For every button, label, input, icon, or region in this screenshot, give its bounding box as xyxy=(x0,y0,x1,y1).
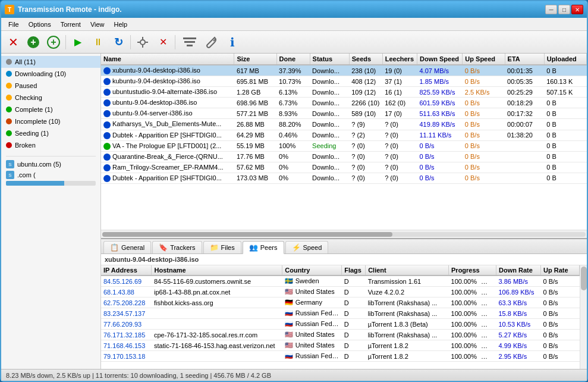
peers-col-ip[interactable]: IP Address xyxy=(101,265,152,275)
tab-files[interactable]: 📁 Files xyxy=(203,241,241,253)
sidebar-label-incomplete: Incomplete (10) xyxy=(15,118,96,125)
col-header-done[interactable]: Done xyxy=(276,54,310,65)
svg-line-12 xyxy=(213,39,215,41)
list-item[interactable]: 68.1.43.88 ip68-1-43-88.pn.at.cox.net 🇺🇸… xyxy=(101,287,580,298)
table-row[interactable]: ubuntu-9.04-server-i386.iso 577.21 MB 8.… xyxy=(101,108,587,119)
peers-col-hostname[interactable]: Hostname xyxy=(152,265,282,275)
col-header-uploaded[interactable]: Uploaded xyxy=(544,54,586,65)
col-header-leechers[interactable]: Leechers xyxy=(382,54,417,65)
refresh-button[interactable]: ↻ xyxy=(109,33,128,51)
peer-ip: 71.168.46.153 xyxy=(101,340,152,351)
remove-button[interactable]: ✕ xyxy=(4,33,23,51)
list-item[interactable]: 71.168.46.153 static-71-168-46-153.hag.e… xyxy=(101,340,580,351)
torrent-name: ubuntu-9.04-desktop-i386.iso xyxy=(101,98,234,108)
add-url-button[interactable]: + xyxy=(44,33,63,51)
wrench-button[interactable] xyxy=(203,33,222,51)
col-header-eta[interactable]: ETA xyxy=(505,54,544,65)
stop-button[interactable]: ✕ xyxy=(153,33,172,51)
sidebar-item-checking[interactable]: Checking xyxy=(1,92,100,104)
peers-table-wrapper[interactable]: IP Address Hostname Country Flags Client… xyxy=(101,265,580,369)
col-header-name[interactable]: Name xyxy=(101,54,234,65)
seeding-dot xyxy=(6,130,12,136)
h-scrollbar-thumb[interactable] xyxy=(102,232,392,237)
panel-title: xubuntu-9.04-desktop-i386.iso xyxy=(101,254,587,265)
torrent-name: VA - The Prologue EP [LFTD001] (2... xyxy=(101,140,234,151)
minimize-button[interactable]: ─ xyxy=(545,5,557,14)
add-button[interactable]: + xyxy=(24,33,43,51)
filter-dropdown[interactable] xyxy=(178,33,202,51)
col-header-status[interactable]: Status xyxy=(310,54,349,65)
app-icon: T xyxy=(5,5,14,14)
preferences-button[interactable] xyxy=(133,33,152,51)
pause-button[interactable]: ⏸ xyxy=(89,33,108,51)
scrollbar-thumb[interactable] xyxy=(581,267,587,290)
sidebar-item-downloading[interactable]: Downloading (10) xyxy=(1,68,100,80)
close-button[interactable]: ✕ xyxy=(571,5,583,14)
peer-country: 🇷🇺Russian Federati... xyxy=(282,319,342,330)
peers-col-client[interactable]: Client xyxy=(366,265,449,275)
col-header-down-speed[interactable]: Down Speed xyxy=(417,54,463,65)
torrent-table[interactable]: Name Size Done Status Seeds Leechers Dow… xyxy=(101,54,587,230)
table-row[interactable]: Dubtek - Apparition EP [SHFTDIGI0... 64.… xyxy=(101,130,587,140)
list-item[interactable]: 79.170.153.18 🇷🇺Russian Federati... D µT… xyxy=(101,351,580,362)
sidebar-server-com[interactable]: S .com ( xyxy=(1,170,100,180)
peers-col-up-rate[interactable]: Up Rate xyxy=(540,265,579,275)
list-item[interactable]: 84.55.126.69 84-55-116-69.customers.owni… xyxy=(101,275,580,287)
sidebar-item-all[interactable]: All (11) xyxy=(1,56,100,68)
peers-col-flags[interactable]: Flags xyxy=(342,265,366,275)
sidebar-item-paused[interactable]: Paused xyxy=(1,80,100,92)
info-button[interactable]: ℹ xyxy=(223,33,242,51)
peers-col-country[interactable]: Country xyxy=(282,265,342,275)
table-row[interactable]: VA - The Prologue EP [LFTD001] (2... 55.… xyxy=(101,140,587,151)
peers-col-down-rate[interactable]: Down Rate xyxy=(496,265,540,275)
col-header-seeds[interactable]: Seeds xyxy=(349,54,382,65)
table-row[interactable]: ubuntustudio-9.04-alternate-i386.iso 1.2… xyxy=(101,87,587,98)
torrent-done: 6.73% xyxy=(276,98,310,108)
peers-col-progress[interactable]: Progress xyxy=(449,265,496,275)
torrent-size: 57.62 MB xyxy=(234,162,276,173)
sidebar-item-broken[interactable]: Broken xyxy=(1,139,100,151)
maximize-button[interactable]: □ xyxy=(558,5,570,14)
tab-speed[interactable]: ⚡ Speed xyxy=(285,241,329,253)
tab-peers[interactable]: 👥 Peers xyxy=(243,241,284,254)
table-row[interactable]: Quarantine-Break_&_Fierce-(QRNU... 17.76… xyxy=(101,151,587,162)
menu-file[interactable]: File xyxy=(4,20,24,29)
start-button[interactable]: ▶ xyxy=(68,33,87,51)
list-item[interactable]: 77.66.209.93 🇷🇺Russian Federati... D µTo… xyxy=(101,319,580,330)
torrent-up-speed: 0 B/s xyxy=(463,173,505,183)
h-scrollbar-track[interactable] xyxy=(102,232,586,237)
menu-options[interactable]: Options xyxy=(24,20,56,29)
torrent-eta: 00:18:29 xyxy=(505,98,544,108)
col-header-size[interactable]: Size xyxy=(234,54,276,65)
table-row[interactable]: Ram_Trilogy-Screamer_EP-RAMM4... 57.62 M… xyxy=(101,162,587,173)
sidebar-item-seeding[interactable]: Seeding (1) xyxy=(1,127,100,139)
sidebar-server-ubuntu[interactable]: S ubuntu.com (5) xyxy=(1,159,100,170)
list-item[interactable]: 76.171.32.185 cpe-76-171-32-185.socal.re… xyxy=(101,330,580,340)
peer-client: libTorrent (Rakshasa) ... xyxy=(366,308,449,319)
menu-bar: File Options Torrent View Help xyxy=(1,18,587,31)
table-row[interactable]: Katharsys_Vs_Dub_Elements-Mute... 26.88 … xyxy=(101,119,587,130)
table-row[interactable]: Dubtek - Apparition EP [SHFTDIGI0... 173… xyxy=(101,173,587,183)
torrent-done: 6.13% xyxy=(276,87,310,98)
menu-view[interactable]: View xyxy=(86,20,109,29)
peer-progress-bar xyxy=(481,322,496,327)
sidebar-item-incomplete[interactable]: Incomplete (10) xyxy=(1,115,100,127)
table-row[interactable]: ubuntu-9.04-desktop-i386.iso 698.96 MB 6… xyxy=(101,98,587,108)
tab-general[interactable]: 📋 General xyxy=(103,241,151,253)
table-row[interactable]: xubuntu-9.04-desktop-i386.iso 617 MB 37.… xyxy=(101,65,587,76)
col-header-up-speed[interactable]: Up Speed xyxy=(463,54,505,65)
torrent-status: Downlo... xyxy=(310,108,349,119)
sidebar-item-complete[interactable]: Complete (1) xyxy=(1,104,100,115)
torrent-seeds: ? (2) xyxy=(349,130,382,140)
sidebar-label-broken: Broken xyxy=(15,142,96,149)
tab-trackers[interactable]: 🔖 Trackers xyxy=(152,241,202,253)
list-item[interactable]: 62.75.208.228 fishbot.kicks-ass.org 🇩🇪Ge… xyxy=(101,298,580,308)
list-item[interactable]: 83.234.57.137 🇷🇺Russian Federati... D li… xyxy=(101,308,580,319)
menu-help[interactable]: Help xyxy=(109,20,133,29)
vertical-scrollbar[interactable] xyxy=(580,265,587,369)
table-row[interactable]: kubuntu-9.04-desktop-i386.iso 695.81 MB … xyxy=(101,76,587,87)
peer-progress: 100.00% xyxy=(449,308,496,319)
menu-torrent[interactable]: Torrent xyxy=(56,20,86,29)
tab-label-general: General xyxy=(121,244,144,251)
horizontal-scrollbar[interactable] xyxy=(101,230,587,238)
